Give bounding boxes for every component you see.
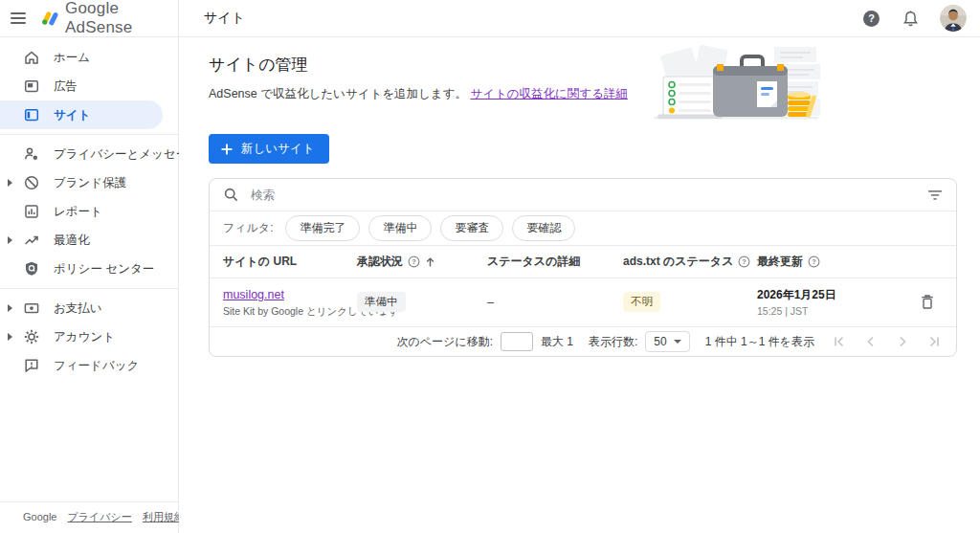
top-app-bar: Google AdSense サイト ? <box>0 0 980 37</box>
reports-icon <box>23 203 40 220</box>
expand-caret-icon[interactable] <box>8 236 12 244</box>
account-avatar[interactable] <box>940 5 967 32</box>
sidebar-footer: Google プライバシー 利用規約 <box>0 501 178 533</box>
filter-label: フィルタ: <box>223 220 273 236</box>
privacy-messages-icon <box>23 145 40 163</box>
sidebar-item-payments[interactable]: お支払い <box>0 294 178 322</box>
sidebar-divider <box>0 288 178 289</box>
sites-icon <box>23 106 40 123</box>
main-content: サイトの管理 AdSense で収益化したいサイトを追加します。 サイトの収益化… <box>179 37 980 533</box>
logo-text: Google AdSense <box>65 0 178 37</box>
help-circle-icon[interactable]: ? <box>738 255 750 268</box>
policy-center-icon <box>23 260 40 278</box>
privacy-link[interactable]: プライバシー <box>68 511 132 522</box>
svg-text:?: ? <box>412 257 416 266</box>
rows-per-page-label: 表示行数: <box>589 334 637 350</box>
rows-per-page-select[interactable]: 50 <box>645 331 689 352</box>
account-gear-icon <box>23 328 40 345</box>
sidebar-item-privacy-messages[interactable]: プライバシーとメッセージ <box>0 140 178 168</box>
last-updated-time: 15:25 | JST <box>757 305 912 317</box>
chevron-down-icon <box>674 340 681 344</box>
site-kit-note: Site Kit by Google とリンクしています <box>223 305 357 319</box>
svg-text:?: ? <box>868 12 875 24</box>
sidebar-item-reports[interactable]: レポート <box>0 197 178 226</box>
page-description: AdSense で収益化したいサイトを追加します。 サイトの収益化に関する詳細 <box>209 86 980 102</box>
table-row: musilog.net Site Kit by Google とリンクしています… <box>210 278 956 327</box>
new-site-button[interactable]: 新しいサイト <box>209 134 329 164</box>
site-url-link[interactable]: musilog.net <box>223 288 284 301</box>
sidebar-item-brand-protection[interactable]: ブランド保護 <box>0 168 178 197</box>
pagination-bar: 次のページに移動: 最大 1 表示行数: 50 1 件中 1～1 件を表示 <box>210 327 956 356</box>
goto-page-input[interactable] <box>501 332 533 351</box>
approval-status-cell: 準備中 <box>357 292 487 312</box>
first-page-icon[interactable] <box>832 334 847 349</box>
filter-chip-ready[interactable]: 準備完了 <box>285 215 360 241</box>
adsense-logo-icon <box>38 7 59 30</box>
goto-page-label: 次のページに移動: <box>397 334 493 350</box>
notifications-bell-icon[interactable] <box>901 9 920 28</box>
expand-caret-icon[interactable] <box>8 179 12 187</box>
filter-chip-needs-review[interactable]: 要審査 <box>440 215 503 241</box>
expand-caret-icon[interactable] <box>8 333 12 341</box>
help-circle-icon[interactable]: ? <box>808 255 820 268</box>
sidebar-item-policy-center[interactable]: ポリシー センター <box>0 255 178 283</box>
col-header-last-updated: 最終更新 ? <box>757 254 912 270</box>
help-circle-icon[interactable]: ? <box>408 255 420 268</box>
ads-icon <box>23 78 40 95</box>
topbar-logo-area: Google AdSense <box>0 0 179 36</box>
sidebar-nav: ホーム 広告 サイト プライバシーとメッセージ ブランド保護 <box>0 37 179 533</box>
sidebar-item-ads[interactable]: 広告 <box>0 72 178 100</box>
sidebar-item-sites[interactable]: サイト <box>0 100 163 129</box>
sidebar-item-feedback[interactable]: フィードバック <box>0 351 178 380</box>
site-url-cell: musilog.net Site Kit by Google とリンクしています <box>223 285 357 319</box>
sites-table-card: フィルタ: 準備完了 準備中 要審査 要確認 サイトの URL 承認状況 ? <box>209 178 957 357</box>
search-icon <box>223 187 239 203</box>
ads-txt-status-badge: 不明 <box>623 292 660 312</box>
last-page-icon[interactable] <box>926 334 942 349</box>
sidebar-divider <box>0 134 178 135</box>
filter-chip-needs-attention[interactable]: 要確認 <box>512 215 575 241</box>
previous-page-icon[interactable] <box>863 334 879 349</box>
help-icon[interactable]: ? <box>861 9 880 28</box>
approval-status-badge: 準備中 <box>357 292 406 312</box>
col-header-ads-txt-status: ads.txt のステータス ? <box>623 254 757 270</box>
status-detail-cell: – <box>487 296 623 309</box>
search-bar <box>210 179 956 211</box>
sort-ascending-icon[interactable] <box>425 256 435 268</box>
table-header-row: サイトの URL 承認状況 ? ステータスの詳細 ads.txt のステータス <box>210 246 956 278</box>
filter-chips-row: フィルタ: 準備完了 準備中 要審査 要確認 <box>210 211 956 246</box>
briefcase-illustration <box>650 45 824 123</box>
col-header-status-detail: ステータスの詳細 <box>487 254 623 270</box>
delete-site-button[interactable] <box>912 294 943 310</box>
last-updated-date: 2026年1月25日 <box>757 287 912 303</box>
payments-icon <box>23 300 40 317</box>
col-header-approval-status[interactable]: 承認状況 ? <box>357 254 487 270</box>
col-header-site-url: サイトの URL <box>223 254 357 270</box>
sidebar-item-account[interactable]: アカウント <box>0 322 178 351</box>
optimization-icon <box>23 232 40 249</box>
search-input[interactable] <box>251 189 927 202</box>
expand-caret-icon[interactable] <box>8 304 12 312</box>
next-page-icon[interactable] <box>895 334 910 349</box>
menu-icon[interactable] <box>11 10 26 27</box>
page-heading: サイトの管理 <box>209 54 980 76</box>
last-updated-cell: 2026年1月25日 15:25 | JST <box>757 287 912 317</box>
filter-list-icon[interactable] <box>927 189 943 202</box>
ads-txt-status-cell: 不明 <box>623 292 757 312</box>
filter-chip-getting-ready[interactable]: 準備中 <box>368 215 432 241</box>
sidebar-item-optimization[interactable]: 最適化 <box>0 226 178 255</box>
feedback-icon <box>23 357 40 374</box>
home-icon <box>23 49 40 66</box>
svg-text:?: ? <box>743 257 747 266</box>
trash-icon <box>920 294 935 310</box>
brand-protection-icon <box>23 174 40 191</box>
footer-brand: Google <box>23 511 56 522</box>
svg-text:?: ? <box>812 257 816 266</box>
monetization-details-link[interactable]: サイトの収益化に関する詳細 <box>470 87 628 100</box>
plus-icon <box>220 143 234 156</box>
page-title: サイト <box>204 10 245 27</box>
pagination-range-text: 1 件中 1～1 件を表示 <box>705 334 814 350</box>
adsense-logo[interactable]: Google AdSense <box>38 0 178 37</box>
max-pages-label: 最大 1 <box>541 334 573 350</box>
sidebar-item-home[interactable]: ホーム <box>0 43 178 72</box>
